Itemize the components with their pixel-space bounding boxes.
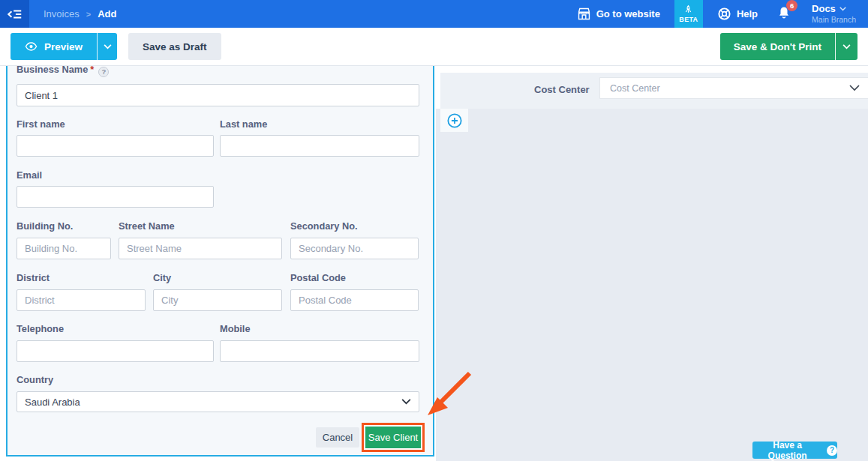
- breadcrumb-add: Add: [98, 8, 116, 19]
- preview-label: Preview: [44, 41, 83, 52]
- lifebuoy-icon: [717, 7, 731, 21]
- first-name-input[interactable]: [17, 135, 214, 157]
- have-a-question-label: Have a Question: [752, 440, 822, 461]
- preview-button[interactable]: Preview: [11, 33, 97, 60]
- postal-code-input[interactable]: [290, 289, 419, 311]
- eye-icon: [25, 42, 38, 51]
- postal-code-label: Postal Code: [290, 272, 346, 283]
- navbar-right-group: Go to website BETA Help: [577, 0, 868, 28]
- last-name-input[interactable]: [220, 135, 419, 157]
- branch-label: Main Branch: [812, 15, 856, 25]
- docs-menu[interactable]: Docs Main Branch: [812, 3, 856, 24]
- district-input[interactable]: [17, 289, 146, 311]
- cost-center-placeholder: Cost Center: [610, 83, 660, 94]
- cancel-button[interactable]: Cancel: [316, 427, 359, 448]
- collapse-menu-icon: [7, 6, 23, 22]
- preview-split-button: Preview: [11, 33, 117, 60]
- have-a-question-button[interactable]: Have a Question ?: [752, 442, 837, 459]
- city-label: City: [153, 272, 171, 283]
- cost-center-row: Cost Center Cost Center: [440, 73, 868, 109]
- add-line-item-button[interactable]: [440, 109, 468, 132]
- app-window: Invoices > Add Go to website BETA: [0, 0, 868, 461]
- building-no-input[interactable]: [17, 238, 111, 259]
- help-link[interactable]: Help: [717, 7, 758, 21]
- invoice-right-panel: Cost Center Cost Center Have a Question …: [436, 66, 868, 461]
- chevron-down-icon: [849, 85, 860, 91]
- secondary-no-input[interactable]: [290, 238, 419, 259]
- city-input[interactable]: [153, 289, 282, 311]
- top-navbar: Invoices > Add Go to website BETA: [0, 0, 868, 28]
- email-label: Email: [17, 169, 42, 181]
- secondary-no-label: Secondary No.: [290, 220, 358, 232]
- business-name-input[interactable]: [17, 84, 419, 106]
- invoice-items-area: Have a Question ?: [436, 109, 868, 461]
- building-no-label: Building No.: [17, 220, 73, 232]
- chevron-down-icon: [401, 399, 411, 405]
- telephone-label: Telephone: [17, 323, 64, 334]
- help-label: Help: [737, 8, 758, 19]
- chevron-down-icon: [839, 7, 846, 11]
- cost-center-select[interactable]: Cost Center: [599, 77, 868, 99]
- street-name-label: Street Name: [119, 220, 175, 232]
- add-client-form-panel: Business Name*? First name Last name Ema…: [6, 66, 434, 457]
- breadcrumb: Invoices > Add: [44, 8, 116, 19]
- chevron-down-icon: [842, 44, 851, 49]
- last-name-label: Last name: [220, 118, 267, 130]
- district-label: District: [17, 272, 50, 283]
- breadcrumb-invoices[interactable]: Invoices: [44, 8, 80, 19]
- save-dont-print-button[interactable]: Save & Don't Print: [720, 33, 835, 60]
- go-to-website-label: Go to website: [596, 8, 660, 19]
- storefront-icon: [577, 7, 591, 20]
- plus-circle-icon: [447, 113, 462, 128]
- notifications-button[interactable]: 6: [777, 5, 791, 23]
- country-select[interactable]: Saudi Arabia: [17, 391, 419, 412]
- docs-label: Docs: [812, 3, 836, 15]
- country-label: Country: [17, 374, 53, 385]
- save-options-dropdown-button[interactable]: [835, 33, 857, 60]
- save-client-button[interactable]: Save Client: [365, 427, 421, 448]
- telephone-input[interactable]: [17, 340, 214, 362]
- save-split-button: Save & Don't Print: [720, 33, 857, 60]
- sidebar-collapse-button[interactable]: [0, 0, 29, 28]
- question-mark-icon: ?: [827, 445, 837, 456]
- preview-dropdown-button[interactable]: [97, 33, 117, 60]
- mobile-input[interactable]: [220, 340, 419, 362]
- beta-badge[interactable]: BETA: [674, 0, 703, 28]
- beta-label: BETA: [679, 16, 698, 23]
- go-to-website-link[interactable]: Go to website: [577, 7, 660, 20]
- business-name-label: Business Name*?: [17, 66, 109, 77]
- save-as-draft-button[interactable]: Save as Draft: [128, 33, 221, 60]
- chevron-down-icon: [104, 44, 112, 49]
- cost-center-label: Cost Center: [534, 84, 590, 95]
- email-input[interactable]: [17, 186, 214, 208]
- business-name-help-icon[interactable]: ?: [98, 67, 109, 77]
- country-selected-value: Saudi Arabia: [25, 397, 80, 408]
- save-client-highlight-box: Save Client: [362, 423, 425, 452]
- rocket-icon: [683, 4, 693, 15]
- first-name-label: First name: [17, 118, 65, 130]
- street-name-input[interactable]: [119, 238, 282, 259]
- required-asterisk: *: [90, 66, 94, 75]
- notification-count-badge: 6: [786, 0, 797, 11]
- action-toolbar: Preview Save as Draft Save & Don't Print: [0, 28, 868, 66]
- mobile-label: Mobile: [220, 323, 251, 334]
- breadcrumb-separator: >: [86, 10, 91, 19]
